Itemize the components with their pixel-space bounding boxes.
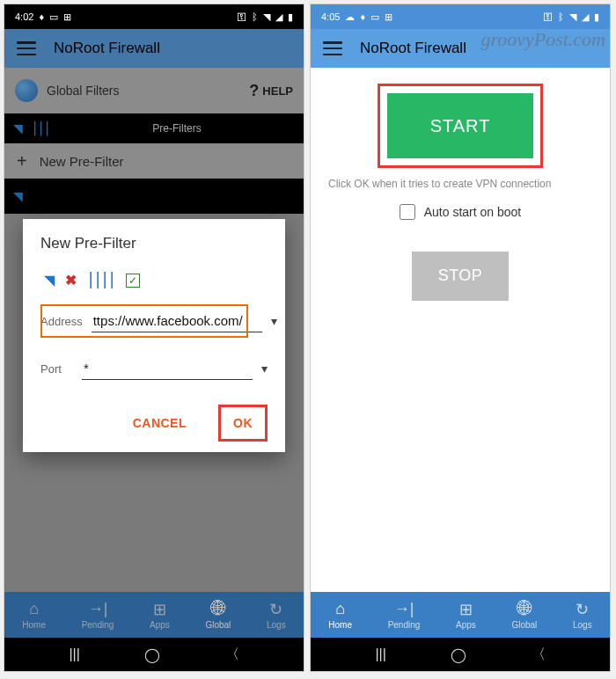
battery-icon: ▮	[594, 11, 599, 23]
chevron-down-icon[interactable]: ▾	[271, 314, 277, 328]
signal-icon: ◢	[582, 11, 589, 23]
autostart-checkbox[interactable]	[400, 204, 415, 220]
start-button[interactable]: START	[387, 93, 533, 158]
nav-label: Home	[22, 620, 46, 630]
main-content: START Click OK when it tries to create V…	[311, 68, 610, 592]
help-label: HELP	[262, 84, 293, 98]
highlight-box: START	[378, 84, 543, 168]
nav-apps[interactable]: ⊞Apps	[150, 601, 170, 630]
globe-icon: 🌐︎	[210, 601, 226, 618]
nav-label: Apps	[456, 620, 476, 630]
status-time: 4:02	[15, 11, 33, 22]
port-field[interactable]	[82, 357, 253, 380]
stop-button[interactable]: STOP	[412, 252, 509, 301]
nav-home[interactable]: ⌂Home	[328, 601, 352, 630]
pending-icon: →|	[88, 601, 108, 618]
status-time: 4:05	[321, 11, 340, 22]
wifi-icon: ◥	[263, 11, 270, 23]
wifi-icon[interactable]: ◥	[44, 272, 55, 288]
menu-icon[interactable]	[17, 41, 36, 55]
nav-label: Global	[205, 620, 231, 630]
app-title: NoRoot Firewall	[360, 40, 466, 57]
recents-button[interactable]: |||	[69, 646, 79, 662]
wifi-icon: ◥	[569, 11, 576, 23]
grid-icon: ⊞	[63, 11, 71, 23]
logs-icon: ↻	[269, 601, 282, 618]
signal-bars-icon: ⎮⎮⎮	[32, 121, 50, 135]
bottom-nav: ⌂Home →|Pending ⊞Apps 🌐︎Global ↻Logs	[311, 592, 610, 638]
apps-icon: ⊞	[153, 601, 166, 618]
back-button[interactable]: 〈	[532, 646, 546, 664]
bottom-nav: ⌂Home →|Pending ⊞Apps 🌐︎Global ↻Logs	[4, 592, 304, 638]
autostart-row[interactable]: Auto start on boot	[328, 204, 592, 220]
status-bar: 4:05 ☁ ♦ ▭ ⊞ ⚿ ᛒ ◥ ◢ ▮	[311, 4, 610, 29]
apps-icon: ⊞	[459, 601, 473, 618]
app-title: NoRoot Firewall	[54, 40, 160, 57]
prefilters-label: Pre-Filters	[152, 122, 201, 135]
recents-button[interactable]: |||	[375, 646, 385, 662]
home-button[interactable]: ◯	[144, 646, 160, 663]
hint-text: Click OK when it tries to create VPN con…	[328, 177, 592, 192]
system-nav: ||| ◯ 〈	[311, 638, 610, 671]
nav-label: Pending	[388, 620, 421, 630]
nav-global[interactable]: 🌐︎Global	[511, 601, 537, 630]
nav-pending[interactable]: →|Pending	[82, 601, 114, 630]
nav-home[interactable]: ⌂Home	[22, 601, 46, 630]
nav-label: Global	[511, 620, 537, 630]
prefilters-bar: ◥ ⎮⎮⎮ Pre-Filters	[4, 113, 304, 143]
logs-icon: ↻	[576, 601, 589, 618]
connection-toggles: ◥ ✖ ⎮⎮⎮⎮ ✓	[44, 272, 268, 288]
autostart-label: Auto start on boot	[424, 205, 522, 219]
nav-label: Logs	[573, 620, 592, 630]
nav-global[interactable]: 🌐︎Global	[205, 601, 231, 630]
battery-icon: ▮	[288, 11, 293, 23]
address-field[interactable]	[92, 310, 262, 332]
phone-left: 4:02 ♦ ▭ ⊞ ⚿ ᛒ ◥ ◢ ▮ NoRoot Firewall Glo…	[4, 4, 304, 672]
pending-icon: →|	[394, 601, 414, 618]
signal-icon: ◢	[275, 11, 282, 23]
signal-bars-icon[interactable]: ⎮⎮⎮⎮	[87, 272, 115, 288]
fire-icon: ♦	[39, 11, 44, 22]
wifi-icon: ◥	[13, 121, 23, 135]
picture-icon: ▭	[49, 11, 58, 23]
help-button[interactable]: ? HELP	[249, 82, 293, 100]
cancel-button[interactable]: CANCEL	[121, 405, 199, 442]
cloud-icon: ☁	[345, 11, 355, 23]
menu-icon[interactable]	[323, 41, 342, 55]
global-filters-header: Global Filters ? HELP	[4, 68, 304, 113]
deny-icon[interactable]: ✖	[65, 272, 77, 288]
nav-apps[interactable]: ⊞Apps	[456, 601, 476, 630]
phone-right: 4:05 ☁ ♦ ▭ ⊞ ⚿ ᛒ ◥ ◢ ▮ NoRoot Firewall	[310, 4, 611, 672]
globe-icon: 🌐︎	[517, 601, 532, 618]
status-bar: 4:02 ♦ ▭ ⊞ ⚿ ᛒ ◥ ◢ ▮	[4, 4, 304, 29]
nav-label: Logs	[267, 620, 286, 630]
key-icon: ⚿	[237, 11, 246, 22]
address-label: Address	[40, 315, 83, 328]
new-prefilter-row[interactable]: + New Pre-Filter	[4, 143, 304, 179]
filter-entry-row: ◥	[4, 179, 304, 214]
home-icon: ⌂	[335, 601, 345, 618]
question-icon: ?	[249, 82, 259, 100]
fire-icon: ♦	[360, 11, 365, 22]
new-prefilter-dialog: New Pre-Filter ◥ ✖ ⎮⎮⎮⎮ ✓ Address ▾ Port…	[23, 219, 285, 452]
wifi-icon: ◥	[13, 189, 23, 203]
nav-pending[interactable]: →|Pending	[388, 601, 421, 630]
nav-label: Home	[328, 620, 352, 630]
nav-logs[interactable]: ↻Logs	[267, 601, 286, 630]
ok-button[interactable]: OK	[218, 405, 268, 442]
nav-label: Apps	[150, 620, 170, 630]
system-nav: ||| ◯ 〈	[4, 638, 304, 671]
allow-check-icon[interactable]: ✓	[126, 274, 140, 288]
port-label: Port	[40, 362, 73, 376]
filters-section-label: Global Filters	[47, 84, 119, 98]
globe-icon	[15, 79, 38, 102]
home-button[interactable]: ◯	[451, 646, 466, 663]
dialog-title: New Pre-Filter	[40, 235, 268, 252]
plus-icon: +	[17, 151, 27, 172]
home-icon: ⌂	[29, 601, 39, 618]
chevron-down-icon[interactable]: ▾	[261, 361, 268, 376]
nav-logs[interactable]: ↻Logs	[573, 601, 592, 630]
picture-icon: ▭	[370, 11, 379, 23]
key-icon: ⚿	[543, 11, 553, 22]
back-button[interactable]: 〈	[225, 646, 239, 664]
